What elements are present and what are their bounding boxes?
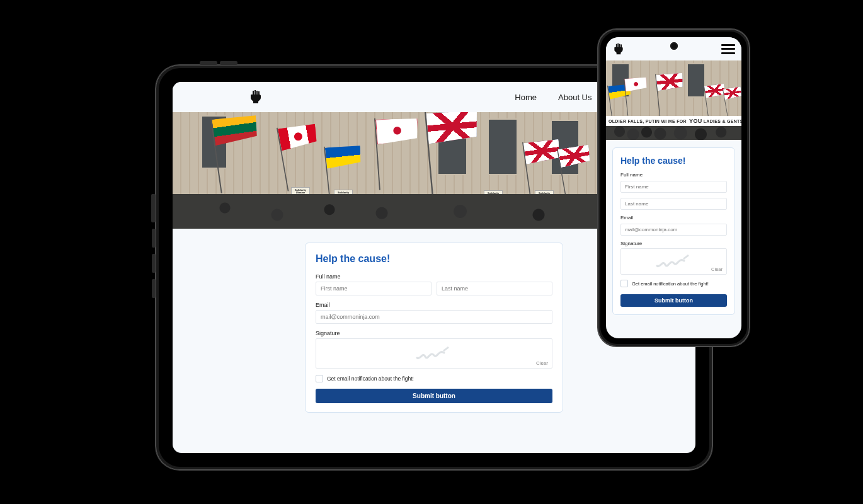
signature-squiggle-icon bbox=[655, 253, 693, 270]
fist-logo-icon[interactable] bbox=[248, 89, 263, 105]
signature-label: Signature bbox=[620, 241, 727, 246]
notify-checkbox[interactable] bbox=[620, 280, 628, 287]
notify-checkbox-label: Get email notification about the fight! bbox=[632, 281, 709, 287]
petition-form-card: Help the cause! Full name Email Signa bbox=[305, 243, 563, 413]
signature-pad[interactable]: Clear bbox=[620, 248, 727, 275]
first-name-input[interactable] bbox=[316, 282, 432, 295]
mobile-hero-image: OLDIER FALLS, PUTIN WI ME FOR YOU LADIES… bbox=[606, 60, 741, 140]
tablet-volume-button bbox=[152, 279, 156, 298]
tablet-top-button bbox=[200, 61, 217, 65]
hero-crowd bbox=[606, 126, 741, 140]
fullname-label: Full name bbox=[316, 273, 552, 280]
phone-screen: OLDIER FALLS, PUTIN WI ME FOR YOU LADIES… bbox=[606, 37, 741, 338]
submit-button[interactable]: Submit button bbox=[316, 389, 552, 403]
tablet-volume-button bbox=[152, 229, 156, 248]
form-title: Help the cause! bbox=[620, 156, 727, 166]
form-title: Help the cause! bbox=[316, 253, 552, 265]
email-label: Email bbox=[316, 302, 552, 308]
hero-window bbox=[488, 118, 518, 175]
notify-checkbox-label: Get email notification about the fight! bbox=[327, 375, 414, 382]
fist-logo-icon[interactable] bbox=[612, 43, 625, 55]
first-name-input[interactable] bbox=[620, 181, 727, 193]
signature-pad[interactable]: Clear bbox=[316, 338, 552, 369]
signature-squiggle-icon bbox=[415, 345, 453, 362]
email-input[interactable] bbox=[316, 310, 552, 324]
signature-clear-button[interactable]: Clear bbox=[711, 266, 723, 272]
nav-about[interactable]: About Us bbox=[558, 93, 592, 102]
signature-label: Signature bbox=[316, 330, 552, 336]
notify-checkbox[interactable] bbox=[316, 375, 323, 382]
tablet-top-button bbox=[220, 61, 237, 65]
mobile-petition-form-card: Help the cause! Full name Email Signatur… bbox=[612, 147, 735, 315]
email-input[interactable] bbox=[620, 224, 727, 236]
signature-clear-button[interactable]: Clear bbox=[536, 360, 548, 366]
phone-camera-icon bbox=[670, 42, 678, 50]
nav-home[interactable]: Home bbox=[515, 93, 537, 102]
fullname-label: Full name bbox=[620, 172, 727, 178]
hamburger-menu-icon[interactable] bbox=[721, 44, 735, 54]
phone-bezel: OLDIER FALLS, PUTIN WI ME FOR YOU LADIES… bbox=[600, 32, 747, 344]
tablet-volume-button bbox=[152, 254, 156, 273]
hero-window bbox=[687, 63, 706, 98]
last-name-input[interactable] bbox=[437, 282, 552, 295]
email-label: Email bbox=[620, 215, 727, 220]
tablet-power-button bbox=[151, 194, 156, 222]
submit-button[interactable]: Submit button bbox=[620, 294, 727, 307]
hero-banner-text: OLDIER FALLS, PUTIN WI ME FOR YOU LADIES… bbox=[606, 116, 741, 126]
phone-device-frame: OLDIER FALLS, PUTIN WI ME FOR YOU LADIES… bbox=[598, 29, 750, 346]
last-name-input[interactable] bbox=[620, 198, 727, 210]
